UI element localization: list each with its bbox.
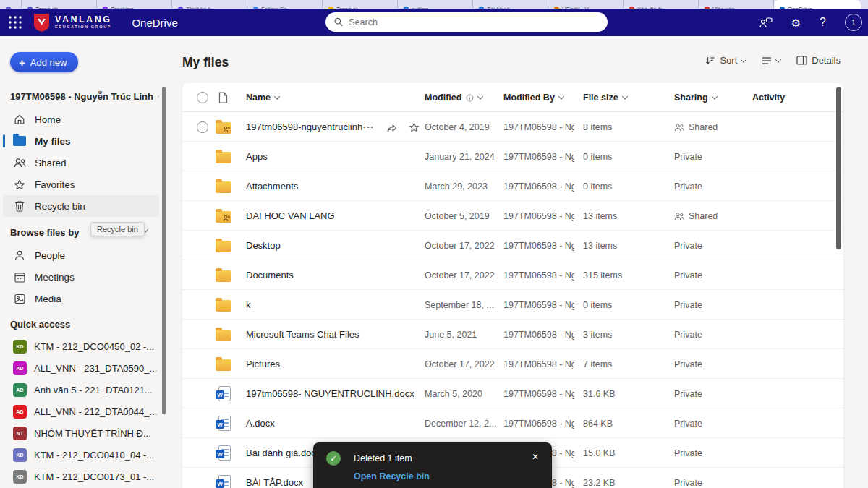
- collapse-pane-icon[interactable]: [158, 92, 159, 101]
- sharing-status[interactable]: Private: [674, 389, 702, 399]
- onedrive-app-title: OneDrive: [132, 17, 177, 29]
- table-row[interactable]: Desktop October 17, 2022 197TM06598 - Ng…: [182, 231, 843, 260]
- account-section[interactable]: 197TM06598 - Nguyễn Trúc Linh: [10, 91, 159, 102]
- folder-icon: [216, 241, 231, 252]
- sharing-status[interactable]: Private: [674, 448, 702, 458]
- vanlang-logo[interactable]: VANLANG EDUCATION GROUP: [33, 13, 111, 33]
- sharing-status[interactable]: Private: [674, 419, 702, 429]
- sidebar-item-people[interactable]: People: [3, 244, 159, 266]
- search-bar[interactable]: [326, 12, 608, 32]
- sharing-status[interactable]: Private: [674, 241, 702, 251]
- file-name[interactable]: k: [246, 290, 420, 320]
- sidebar-item-meetings[interactable]: Meetings: [3, 266, 159, 288]
- quick-access-item[interactable]: KD KTM - 212_DCO0410_04 -...: [3, 444, 159, 466]
- column-header-activity[interactable]: Activity: [752, 83, 785, 112]
- column-header-sharing[interactable]: Sharing: [674, 83, 717, 112]
- row-checkbox[interactable]: [197, 121, 208, 133]
- browser-tab[interactable]: Việc xóa...: [699, 0, 774, 9]
- table-row[interactable]: Apps January 21, 2024 197TM06598 - Ngu 0…: [182, 142, 843, 171]
- sidebar-item-media[interactable]: Media: [3, 288, 159, 309]
- feedback-icon[interactable]: [760, 17, 773, 28]
- account-avatar[interactable]: 1: [845, 14, 862, 31]
- quick-access-label: KTM - 212_DCO0450_02 -...: [34, 341, 154, 352]
- file-name[interactable]: Apps: [246, 142, 420, 171]
- sort-icon: [705, 56, 715, 66]
- browser-tab[interactable]: Follow Co...: [247, 0, 323, 9]
- folder-icon: [216, 300, 231, 312]
- browser-tab-pinned[interactable]: [0, 0, 22, 9]
- sharing-status[interactable]: Private: [674, 478, 702, 488]
- sharing-status[interactable]: Private: [674, 300, 702, 310]
- app-header: VANLANG EDUCATION GROUP OneDrive ⚙ ? 1: [0, 9, 868, 36]
- table-row[interactable]: A.docx December 12, 2... 197TM06598 - Ng…: [182, 408, 843, 438]
- sort-button[interactable]: Sort: [705, 55, 746, 66]
- browser-tab[interactable]: Xóa file tr...: [624, 0, 699, 9]
- favorite-star-icon[interactable]: [409, 122, 420, 132]
- close-icon[interactable]: ✕: [532, 452, 539, 462]
- table-row[interactable]: Documents October 17, 2022 197TM06598 - …: [182, 260, 843, 290]
- app-launcher-icon[interactable]: [7, 14, 23, 30]
- more-actions-icon[interactable]: ···: [363, 122, 375, 132]
- quick-access-item[interactable]: AD Anh văn 5 - 221_DTA0121...: [3, 379, 159, 401]
- browser-tab[interactable]: Trang ch...: [22, 0, 97, 9]
- sidebar-item-my-files[interactable]: My files: [3, 130, 159, 152]
- table-scrollbar[interactable]: [836, 87, 841, 249]
- browser-tab[interactable]: Thiết kế k...: [172, 0, 247, 9]
- quick-access-item[interactable]: NT NHÓM THUYẾT TRÌNH Đ...: [3, 422, 159, 444]
- view-options-button[interactable]: [762, 56, 780, 65]
- browser-tab-active-onedrive[interactable]: OneDrive: [774, 0, 861, 9]
- sidebar-item-recycle-bin[interactable]: Recycle bin: [3, 195, 159, 217]
- share-icon[interactable]: [386, 122, 397, 132]
- sidebar-item-shared[interactable]: Shared: [3, 152, 159, 174]
- sidebar-scrollbar[interactable]: [162, 87, 166, 414]
- quick-access-item[interactable]: KD KTM - 212_DCO0173_01 -...: [3, 466, 159, 487]
- open-recycle-bin-link[interactable]: Open Recycle bin: [354, 471, 430, 481]
- table-row[interactable]: Microsoft Teams Chat Files June 5, 2021 …: [182, 320, 843, 349]
- file-name[interactable]: Desktop: [246, 231, 420, 260]
- sharing-status[interactable]: Private: [674, 359, 702, 369]
- file-type-column-icon[interactable]: [218, 83, 228, 112]
- file-name[interactable]: Documents: [246, 260, 420, 290]
- sidebar-item-favorites[interactable]: Favorites: [3, 174, 159, 195]
- quick-access-item[interactable]: KD KTM - 212_DCO0450_02 -...: [3, 335, 159, 357]
- details-button[interactable]: Details: [796, 55, 841, 66]
- info-icon: [466, 94, 474, 102]
- file-name[interactable]: Pictures: [246, 349, 420, 379]
- sharing-status[interactable]: Shared: [689, 211, 718, 221]
- browser-tab[interactable]: Tài liệu k...: [473, 0, 548, 9]
- column-header-file-size[interactable]: File size: [583, 83, 627, 112]
- table-row[interactable]: Attachments March 29, 2023 197TM06598 - …: [182, 171, 843, 201]
- settings-gear-icon[interactable]: ⚙: [791, 17, 801, 28]
- file-size: 864 KB: [583, 408, 663, 438]
- sharing-status[interactable]: Private: [674, 152, 702, 162]
- browser-tab[interactable]: outline -...: [398, 0, 473, 9]
- quick-access-item[interactable]: AD ALL_VNN - 231_DTA0590_...: [3, 357, 159, 379]
- table-row[interactable]: k September 18, ... 197TM06598 - Ngu 0 i…: [182, 290, 843, 320]
- browser-tab[interactable]: HEndII - V...: [548, 0, 624, 9]
- browser-tab[interactable]: Trang ej...: [323, 0, 398, 9]
- file-name[interactable]: Microsoft Teams Chat Files: [246, 320, 420, 349]
- file-name[interactable]: DAI HOC VAN LANG: [246, 201, 420, 231]
- sharing-status[interactable]: Private: [674, 270, 702, 281]
- sharing-status[interactable]: Private: [674, 181, 702, 192]
- column-header-modified[interactable]: Modified: [425, 83, 482, 112]
- help-icon[interactable]: ?: [820, 17, 826, 28]
- file-name[interactable]: A.docx: [246, 408, 420, 438]
- add-new-button[interactable]: + Add new: [10, 52, 78, 72]
- column-header-name[interactable]: Name: [246, 83, 279, 112]
- table-row[interactable]: 197tm06598- NGUYENTRUCLINH.docx March 5,…: [182, 379, 843, 408]
- sharing-status[interactable]: Shared: [689, 122, 718, 132]
- sharing-status[interactable]: Private: [674, 330, 702, 340]
- table-row[interactable]: 197tm06598-nguyentruclinh ··· October 4,…: [182, 112, 843, 142]
- table-row[interactable]: Pictures October 17, 2022 197TM06598 - N…: [182, 349, 843, 379]
- file-name[interactable]: Attachments: [246, 171, 420, 201]
- plus-icon: +: [19, 56, 25, 69]
- search-input[interactable]: [349, 17, 599, 27]
- table-row[interactable]: DAI HOC VAN LANG October 5, 2019 197TM06…: [182, 201, 843, 231]
- sidebar-item-home[interactable]: Home: [3, 108, 159, 130]
- select-all-checkbox[interactable]: [197, 92, 208, 103]
- column-header-modified-by[interactable]: Modified By: [503, 83, 563, 112]
- browser-tab[interactable]: Breaking...: [97, 0, 172, 9]
- quick-access-item[interactable]: AD ALL_VNN - 212_DTA0044_...: [3, 401, 159, 422]
- file-name[interactable]: 197tm06598- NGUYENTRUCLINH.docx: [246, 379, 420, 408]
